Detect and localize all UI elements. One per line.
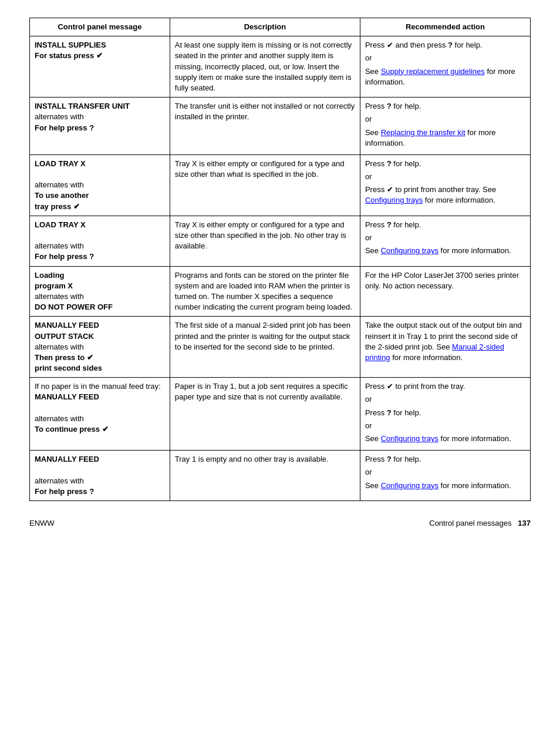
- action-text: Press ? for help.: [365, 220, 525, 230]
- table-row: Loadingprogram Xalternates withDO NOT PO…: [30, 266, 531, 317]
- message-cell: If no paper is in the manual feed tray:M…: [30, 378, 170, 451]
- action-link[interactable]: Configuring trays: [381, 246, 438, 255]
- description-cell: The first side of a manual 2-sided print…: [170, 317, 360, 378]
- action-or: or: [365, 394, 525, 405]
- action-cell: Press ? for help.orSee Replacing the tra…: [360, 98, 530, 155]
- action-text: For the HP Color LaserJet 3700 series pr…: [365, 270, 525, 291]
- action-text: See Configuring trays for more informati…: [365, 480, 525, 491]
- description-cell: At least one supply item is missing or i…: [170, 36, 360, 98]
- message-cell: MANUALLY FEEDOUTPUT STACKalternates with…: [30, 317, 170, 378]
- action-link[interactable]: Configuring trays: [381, 434, 438, 443]
- table-row: MANUALLY FEED alternates withFor help pr…: [30, 451, 531, 501]
- action-cell: Press ? for help.orPress ✔ to print from…: [360, 154, 530, 216]
- footer-left: ENWW: [29, 519, 55, 527]
- table-row: If no paper is in the manual feed tray:M…: [30, 378, 531, 451]
- action-text: Press ✔ to print from the tray.: [365, 381, 525, 392]
- action-or: or: [365, 53, 525, 63]
- action-text: See Replacing the transfer kit for more …: [365, 127, 525, 149]
- description-cell: The transfer unit is either not installe…: [170, 98, 360, 155]
- action-cell: Take the output stack out of the output …: [360, 317, 530, 378]
- message-cell: INSTALL SUPPLIESFor status press ✔: [30, 36, 170, 98]
- main-table: Control panel message Description Recomm…: [29, 18, 531, 501]
- action-or: or: [365, 172, 525, 182]
- action-text: Press ? for help.: [365, 159, 525, 169]
- footer-right: Control panel messages 137: [429, 519, 531, 527]
- action-link[interactable]: Replacing the transfer kit: [381, 128, 465, 137]
- footer-section-label: Control panel messages: [429, 519, 511, 527]
- action-cell: Press ? for help.orSee Configuring trays…: [360, 451, 530, 501]
- action-link[interactable]: Manual 2-sided printing: [365, 342, 504, 362]
- table-row: MANUALLY FEEDOUTPUT STACKalternates with…: [30, 317, 531, 378]
- action-cell: Press ? for help.orSee Configuring trays…: [360, 216, 530, 266]
- col-header-description: Description: [170, 18, 360, 36]
- message-cell: Loadingprogram Xalternates withDO NOT PO…: [30, 266, 170, 317]
- action-text: Press ✔ to print from another tray. See …: [365, 184, 525, 206]
- action-text: See Supply replacement guidelines for mo…: [365, 66, 525, 88]
- description-cell: Tray X is either empty or configured for…: [170, 216, 360, 266]
- table-row: LOAD TRAY X alternates withTo use anothe…: [30, 154, 531, 216]
- action-text: Press ✔ and then press ? for help.: [365, 40, 525, 51]
- table-row: INSTALL TRANSFER UNITalternates withFor …: [30, 98, 531, 155]
- action-text: See Configuring trays for more informati…: [365, 246, 525, 256]
- action-or: or: [365, 114, 525, 125]
- table-row: LOAD TRAY X alternates withFor help pres…: [30, 216, 531, 266]
- action-cell: For the HP Color LaserJet 3700 series pr…: [360, 266, 530, 317]
- page-number: 137: [518, 519, 531, 527]
- action-text: Press ? for help.: [365, 454, 525, 465]
- description-cell: Tray 1 is empty and no other tray is ava…: [170, 451, 360, 501]
- message-cell: INSTALL TRANSFER UNITalternates withFor …: [30, 98, 170, 155]
- action-link[interactable]: Configuring trays: [365, 196, 423, 204]
- action-text: See Configuring trays for more informati…: [365, 434, 525, 444]
- col-header-action: Recommended action: [360, 18, 530, 36]
- description-cell: Programs and fonts can be stored on the …: [170, 266, 360, 317]
- action-cell: Press ✔ to print from the tray.orPress ?…: [360, 378, 530, 451]
- action-or: or: [365, 467, 525, 478]
- description-cell: Paper is in Tray 1, but a job sent requi…: [170, 378, 360, 451]
- action-or: or: [365, 421, 525, 431]
- page-footer: ENWW Control panel messages 137: [29, 519, 531, 527]
- col-header-message: Control panel message: [30, 18, 170, 36]
- action-link[interactable]: Supply replacement guidelines: [381, 67, 485, 76]
- message-cell: MANUALLY FEED alternates withFor help pr…: [30, 451, 170, 501]
- action-link[interactable]: Configuring trays: [381, 481, 438, 490]
- action-text: Take the output stack out of the output …: [365, 320, 525, 363]
- action-text: Press ? for help.: [365, 101, 525, 112]
- action-cell: Press ✔ and then press ? for help.orSee …: [360, 36, 530, 98]
- action-text: Press ? for help.: [365, 408, 525, 418]
- message-cell: LOAD TRAY X alternates withTo use anothe…: [30, 154, 170, 216]
- description-cell: Tray X is either empty or configured for…: [170, 154, 360, 216]
- action-or: or: [365, 233, 525, 243]
- message-cell: LOAD TRAY X alternates withFor help pres…: [30, 216, 170, 266]
- table-row: INSTALL SUPPLIESFor status press ✔At lea…: [30, 36, 531, 98]
